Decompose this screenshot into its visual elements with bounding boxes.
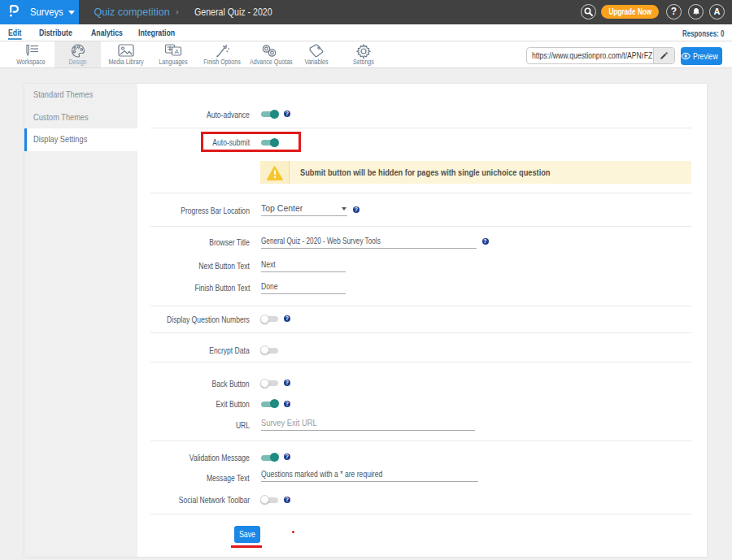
svg-text:A: A (175, 48, 180, 55)
